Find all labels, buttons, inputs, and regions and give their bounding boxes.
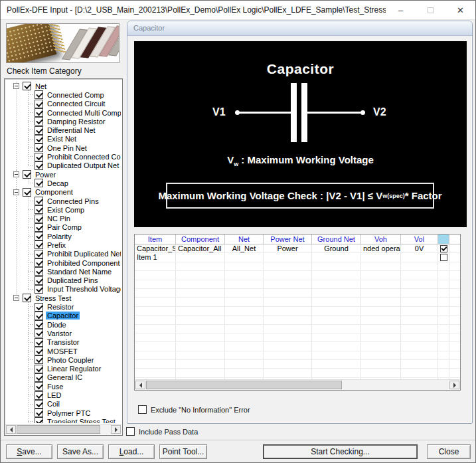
tree-item-decap[interactable]: Decap xyxy=(6,179,121,187)
tree-item-diode[interactable]: Diode xyxy=(6,320,121,329)
cell-ground-net[interactable]: Ground xyxy=(312,244,361,252)
checkbox-icon[interactable] xyxy=(35,197,43,205)
checkbox-icon[interactable] xyxy=(35,126,43,135)
column-header-item[interactable]: Item xyxy=(135,234,176,244)
tree-item-resistor[interactable]: Resistor xyxy=(6,302,121,311)
cell-item[interactable]: Capacitor_St xyxy=(135,244,176,252)
cell-vol[interactable] xyxy=(401,253,438,261)
tree-item-net[interactable]: Net xyxy=(6,82,121,90)
tree-item-coil[interactable]: Coil xyxy=(6,400,121,409)
collapse-icon[interactable] xyxy=(13,83,19,89)
checkbox-icon[interactable] xyxy=(35,108,43,117)
close-window-button[interactable]: ✕ xyxy=(445,1,475,19)
save-as-button[interactable]: Save As... xyxy=(57,444,104,459)
cell-power-net[interactable]: Power xyxy=(264,244,312,252)
tree-item-polarity[interactable]: Polarity xyxy=(6,232,121,240)
tree-item-exist-net[interactable]: Exist Net xyxy=(6,135,121,143)
tree-item-input-threshold-voltage[interactable]: Input Threshold Voltage xyxy=(6,285,121,294)
checkbox-icon[interactable] xyxy=(23,82,31,90)
column-header-ground-net[interactable]: Ground Net xyxy=(312,234,361,244)
checkbox-icon[interactable] xyxy=(35,100,43,108)
tree-item-transistor[interactable]: Transistor xyxy=(6,338,121,347)
column-header-power-net[interactable]: Power Net xyxy=(264,234,312,244)
minimize-button[interactable]: – xyxy=(386,1,416,19)
cell-component[interactable] xyxy=(176,253,225,261)
tree-item-exist-comp[interactable]: Exist Comp xyxy=(6,205,121,214)
tree-item-prohibited-component[interactable]: Prohibited Component xyxy=(6,258,121,267)
checkbox-icon[interactable] xyxy=(35,161,43,170)
checkbox-icon[interactable] xyxy=(35,355,43,364)
exclude-no-information-checkbox[interactable]: Exclude "No Information" Error xyxy=(138,405,250,414)
cell-voh[interactable] xyxy=(361,253,401,261)
checkbox-icon[interactable] xyxy=(35,232,43,240)
checkbox-icon[interactable] xyxy=(35,400,43,409)
cell-vol[interactable]: 0V xyxy=(401,244,438,252)
tree-item-general-ic[interactable]: General IC xyxy=(6,373,121,382)
checkbox-icon[interactable] xyxy=(35,276,43,285)
cell-ground-net[interactable] xyxy=(312,253,361,261)
checkbox-icon[interactable] xyxy=(35,143,43,152)
checkbox-icon[interactable] xyxy=(35,417,43,423)
checkbox-icon[interactable] xyxy=(35,267,43,276)
scroll-left-button[interactable] xyxy=(135,381,145,389)
scroll-right-button[interactable] xyxy=(111,425,121,434)
tree-item-led[interactable]: LED xyxy=(6,391,121,399)
checkbox-icon[interactable] xyxy=(23,294,31,302)
checkbox-icon[interactable] xyxy=(138,405,147,414)
column-header-enabled[interactable] xyxy=(438,234,449,244)
close-button[interactable]: Close xyxy=(427,444,471,459)
checkbox-icon[interactable] xyxy=(35,90,43,99)
tree-item-component[interactable]: Component xyxy=(6,188,121,197)
checkbox-icon[interactable] xyxy=(126,427,135,436)
collapse-icon[interactable] xyxy=(13,295,19,301)
tree-item-prohibit-duplicated-net[interactable]: Prohibit Duplicated Net xyxy=(6,250,121,258)
tree-item-varistor[interactable]: Varistor xyxy=(6,329,121,337)
checkbox-icon[interactable] xyxy=(35,205,43,214)
checkbox-icon[interactable] xyxy=(23,188,31,197)
start-checking-button[interactable]: Start Checking... xyxy=(263,444,418,459)
tree-item-duplicated-pins[interactable]: Duplicated Pins xyxy=(6,276,121,285)
tree-item-capacitor[interactable]: Capacitor xyxy=(6,312,121,320)
tree-item-stress-test[interactable]: Stress Test xyxy=(6,294,121,302)
tree-item-mosfet[interactable]: MOSFET xyxy=(6,347,121,355)
tree-item-linear-regulator[interactable]: Linear Regulator xyxy=(6,365,121,373)
tree-item-prohibit-connected-comp[interactable]: Prohibit Connected Comp xyxy=(6,152,121,161)
checkbox-icon[interactable] xyxy=(35,223,43,232)
table-row[interactable]: Capacitor_StCapacitor_AllAll_NetPowerGro… xyxy=(135,244,460,253)
table-horizontal-scrollbar[interactable] xyxy=(135,379,460,390)
checkbox-icon[interactable] xyxy=(35,215,43,223)
point-tool-button[interactable]: Point Tool... xyxy=(159,444,207,459)
load-button[interactable]: Load... xyxy=(108,444,155,459)
checkbox-icon[interactable] xyxy=(35,329,43,337)
row-checkbox-icon[interactable] xyxy=(440,254,447,261)
scrollbar-thumb[interactable] xyxy=(146,381,342,389)
checkbox-icon[interactable] xyxy=(35,250,43,258)
cell-item[interactable]: Item 1 xyxy=(135,253,176,261)
column-header-voh[interactable]: Voh xyxy=(361,234,401,244)
include-pass-data-checkbox[interactable]: Include Pass Data xyxy=(126,427,198,436)
checkbox-icon[interactable] xyxy=(35,382,43,391)
column-header-component[interactable]: Component xyxy=(176,234,225,244)
checkbox-icon[interactable] xyxy=(35,365,43,373)
tree-item-one-pin-net[interactable]: One Pin Net xyxy=(6,143,121,152)
tree-item-damping-resistor[interactable]: Damping Resistor xyxy=(6,117,121,126)
table-row[interactable]: Item 1 xyxy=(135,253,460,262)
collapse-icon[interactable] xyxy=(13,189,19,195)
checkbox-icon[interactable] xyxy=(35,373,43,382)
tree-item-connected-comp[interactable]: Connected Comp xyxy=(6,90,121,99)
checkbox-icon[interactable] xyxy=(35,338,43,347)
tree-item-nc-pin[interactable]: NC Pin xyxy=(6,214,121,223)
cell-net[interactable]: All_Net xyxy=(225,244,264,252)
collapse-icon[interactable] xyxy=(13,171,19,177)
checkbox-icon[interactable] xyxy=(35,117,43,126)
cell-component[interactable]: Capacitor_All xyxy=(176,244,225,252)
tree-item-fuse[interactable]: Fuse xyxy=(6,382,121,391)
checkbox-icon[interactable] xyxy=(35,320,43,329)
checkbox-icon[interactable] xyxy=(35,153,43,161)
checkbox-icon[interactable] xyxy=(35,347,43,355)
tree-item-pair-comp[interactable]: Pair Comp xyxy=(6,223,121,232)
tree-item-duplicated-output-net[interactable]: Duplicated Output Net xyxy=(6,161,121,170)
scroll-left-button[interactable] xyxy=(6,425,16,434)
checkbox-icon[interactable] xyxy=(35,258,43,267)
tree-item-connected-circuit[interactable]: Connected Circuit xyxy=(6,100,121,108)
